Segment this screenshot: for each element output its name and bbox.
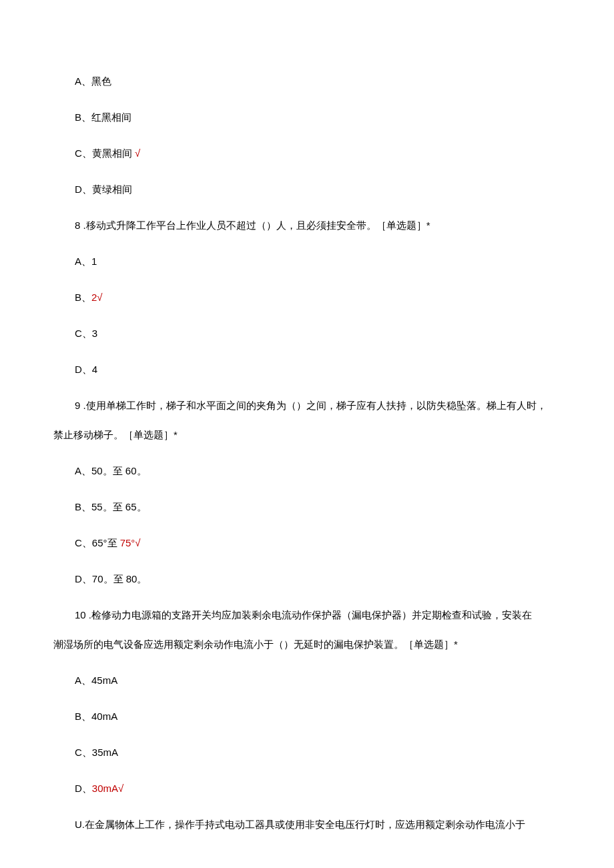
option-text: A、1: [75, 256, 97, 267]
option-text: D、4: [75, 364, 97, 375]
correct-answer: 30mA√: [92, 783, 123, 794]
q9-option-a: A、50。至 60。: [53, 463, 561, 479]
option-text: D、黄绿相间: [75, 183, 132, 195]
q11-text: U.在金属物体上工作，操作手持式电动工器具或使用非安全电压行灯时，应选用额定剩余…: [53, 817, 561, 833]
question-text: 10 .检修动力电源箱的支路开关均应加装剩余电流动作保护器（漏电保护器）并定期检…: [75, 609, 532, 620]
q8-option-a: A、1: [53, 254, 561, 270]
option-text: C、35mA: [75, 747, 118, 758]
option-text: B、55。至 65。: [75, 501, 147, 512]
q7-option-a: A、黑色: [53, 73, 561, 89]
question-text: U.在金属物体上工作，操作手持式电动工器具或使用非安全电压行灯时，应选用额定剩余…: [75, 819, 525, 830]
question-text: 潮湿场所的电气设备应选用额定剩余动作电流小于（）无延时的漏电保护装置。［单选题］…: [53, 638, 458, 650]
option-prefix: D、: [75, 783, 92, 794]
option-prefix: B、: [75, 292, 91, 303]
question-text: 禁止移动梯子。［单选题］*: [53, 429, 178, 440]
q9-text-line1: 9 .使用单梯工作时，梯子和水平面之间的夹角为（）之间，梯子应有人扶持，以防失稳…: [53, 398, 561, 414]
option-prefix: C、65°至: [75, 537, 120, 548]
correct-answer: 2√: [91, 292, 103, 303]
q10-text-line2: 潮湿场所的电气设备应选用额定剩余动作电流小于（）无延时的漏电保护装置。［单选题］…: [53, 636, 561, 653]
q10-option-d: D、30mA√: [53, 781, 561, 797]
q7-option-d: D、黄绿相间: [53, 181, 561, 197]
option-text: B、红黑相间: [75, 111, 131, 123]
q8-option-b: B、2√: [53, 290, 561, 306]
question-text: 8 .移动式升降工作平台上作业人员不超过（）人，且必须挂安全带。［单选题］*: [75, 220, 430, 231]
option-text: D、70。至 80。: [75, 573, 147, 584]
question-text: 9 .使用单梯工作时，梯子和水平面之间的夹角为（）之间，梯子应有人扶持，以防失稳…: [75, 400, 547, 411]
q10-option-a: A、45mA: [53, 673, 561, 689]
q10-option-c: C、35mA: [53, 745, 561, 761]
q8-text: 8 .移动式升降工作平台上作业人员不超过（）人，且必须挂安全带。［单选题］*: [53, 218, 561, 234]
q7-option-c: C、黄黑相间 √: [53, 145, 561, 161]
option-text: C、3: [75, 328, 97, 339]
q8-option-d: D、4: [53, 362, 561, 378]
correct-answer: 75°√: [120, 537, 141, 548]
option-text: A、50。至 60。: [75, 465, 147, 476]
correct-mark: √: [135, 147, 140, 159]
option-text: A、45mA: [75, 675, 117, 686]
option-text: A、黑色: [75, 75, 111, 87]
q9-option-d: D、70。至 80。: [53, 571, 561, 587]
q9-option-b: B、55。至 65。: [53, 499, 561, 515]
q9-option-c: C、65°至 75°√: [53, 535, 561, 551]
option-text: B、40mA: [75, 711, 117, 722]
option-text: C、黄黑相间: [75, 147, 135, 159]
q10-text-line1: 10 .检修动力电源箱的支路开关均应加装剩余电流动作保护器（漏电保护器）并定期检…: [53, 607, 561, 623]
q7-option-b: B、红黑相间: [53, 109, 561, 125]
q10-option-b: B、40mA: [53, 709, 561, 725]
q9-text-line2: 禁止移动梯子。［单选题］*: [53, 427, 561, 443]
q8-option-c: C、3: [53, 326, 561, 342]
